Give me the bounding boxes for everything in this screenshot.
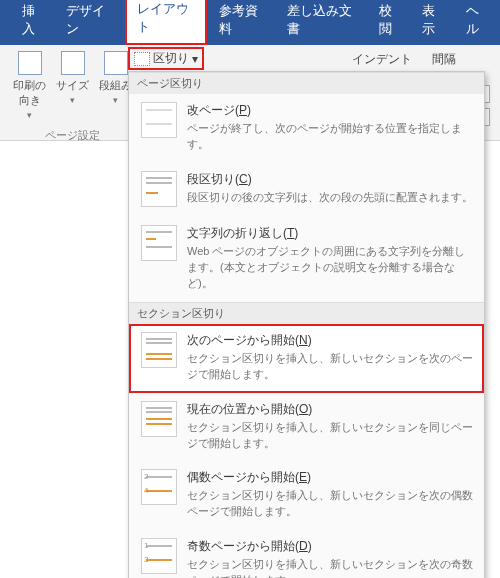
break-page[interactable]: 改ページ(P) ページが終了し、次のページが開始する位置を指定します。 — [129, 94, 484, 163]
page-break-icon — [141, 102, 177, 138]
orientation-label-2: 向き — [19, 93, 41, 108]
text-wrap-break-icon — [141, 225, 177, 261]
breaks-button[interactable]: 区切り ▾ — [128, 47, 204, 70]
chevron-down-icon: ▾ — [113, 95, 118, 105]
highlight-layout-tab: レイアウト — [125, 0, 207, 45]
page-setup-group-label: ページ設定 — [45, 128, 100, 143]
tab-design[interactable]: デザイン — [56, 0, 124, 45]
tab-references[interactable]: 参考資料 — [209, 0, 277, 45]
odd-page-break-icon: 1 3 — [141, 538, 177, 574]
chevron-down-icon: ▾ — [70, 95, 75, 105]
continuous-break-icon — [141, 401, 177, 437]
size-button[interactable]: サイズ ▾ — [53, 49, 92, 107]
breaks-icon — [134, 52, 150, 66]
break-text-wrapping[interactable]: 文字列の折り返し(T) Web ページのオブジェクトの周囲にある文字列を分離しま… — [129, 217, 484, 302]
dropdown-header-section-breaks: セクション区切り — [129, 302, 484, 324]
group-page-setup: 印刷の 向き ▾ サイズ ▾ 段組み ▾ ページ設定 — [0, 45, 142, 144]
even-page-break-icon: 2 4 — [141, 469, 177, 505]
section-break-next-page[interactable]: 次のページから開始(N) セクション区切りを挿入し、新しいセクションを次のページ… — [129, 324, 484, 393]
size-label: サイズ — [56, 78, 89, 93]
column-break-icon — [141, 171, 177, 207]
next-page-break-icon — [141, 332, 177, 368]
break-column[interactable]: 段区切り(C) 段区切りの後の文字列は、次の段の先頭に配置されます。 — [129, 163, 484, 217]
chevron-down-icon: ▾ — [192, 52, 198, 66]
orientation-icon — [18, 51, 42, 75]
orientation-label-1: 印刷の — [13, 78, 46, 93]
tab-layout[interactable]: レイアウト — [127, 0, 205, 43]
tab-mailmerge[interactable]: 差し込み文書 — [277, 0, 368, 45]
ribbon-tabbar: 挿入 デザイン レイアウト 参考資料 差し込み文書 校閲 表示 ヘル — [0, 8, 500, 45]
columns-icon — [104, 51, 128, 75]
dropdown-header-page-breaks: ページ区切り — [129, 72, 484, 94]
tab-help[interactable]: ヘル — [456, 0, 500, 45]
breaks-dropdown: ページ区切り 改ページ(P) ページが終了し、次のページが開始する位置を指定しま… — [128, 71, 485, 578]
section-break-even-page[interactable]: 2 4 偶数ページから開始(E) セクション区切りを挿入し、新しいセクションを次… — [129, 461, 484, 530]
section-break-odd-page[interactable]: 1 3 奇数ページから開始(D) セクション区切りを挿入し、新しいセクションを次… — [129, 530, 484, 578]
breaks-label: 区切り — [153, 50, 189, 67]
size-icon — [61, 51, 85, 75]
tab-insert[interactable]: 挿入 — [12, 0, 56, 45]
tab-view[interactable]: 表示 — [412, 0, 456, 45]
chevron-down-icon: ▾ — [27, 110, 32, 120]
section-break-continuous[interactable]: 現在の位置から開始(O) セクション区切りを挿入し、新しいセクションを同じページ… — [129, 393, 484, 462]
tab-review[interactable]: 校閲 — [369, 0, 413, 45]
spacing-label: 間隔 — [432, 51, 490, 68]
orientation-button[interactable]: 印刷の 向き ▾ — [10, 49, 49, 122]
